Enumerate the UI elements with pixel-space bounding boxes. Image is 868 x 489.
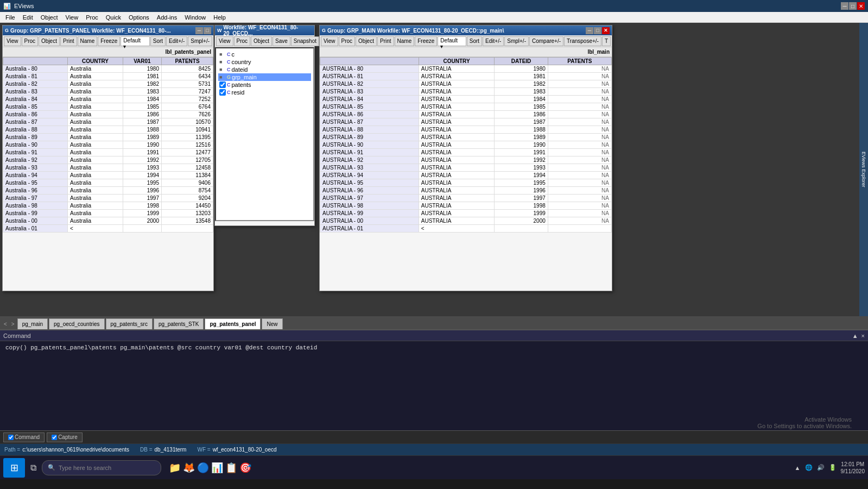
taskbar-app1-icon[interactable]: 🔵 [197, 462, 209, 474]
menu-window[interactable]: Window [181, 13, 209, 22]
patents-panel-minimize[interactable]: ─ [195, 27, 203, 34]
main-freeze-btn[interactable]: Freeze [415, 36, 437, 46]
tree-item-dateid[interactable]: ■ C dateid [218, 66, 311, 73]
tab-nav-right[interactable]: > [10, 318, 16, 329]
workfile-title: Workfile: WF_ECON4131_80-20_OECD... [224, 24, 313, 36]
tree-resid-checkbox[interactable] [219, 89, 226, 96]
main-row-patents: NA [548, 134, 611, 141]
menu-proc[interactable]: Proc [83, 13, 102, 22]
main-row-label: AUSTRALIA - 99 [320, 210, 419, 217]
main-panel-maximize[interactable]: □ [594, 27, 601, 34]
tab-pg-patents-src[interactable]: pg_patents_src [106, 318, 153, 329]
cmd-tab-capture-checkbox[interactable] [52, 435, 57, 440]
cmd-tab-command-checkbox[interactable] [8, 435, 14, 440]
wf-proc-btn[interactable]: Proc [234, 36, 251, 46]
tab-new[interactable]: New [262, 318, 282, 329]
taskbar-folder-icon[interactable]: 📁 [169, 462, 181, 474]
tree-item-grp-main[interactable]: ■ G grp_main [218, 73, 311, 81]
tab-pg-patents-panel[interactable]: pg_patents_panel [205, 318, 261, 329]
patents-edit-btn[interactable]: Edit+/- [166, 36, 187, 46]
app-icon: 📊 [3, 3, 11, 10]
patents-row-var01: 1990 [123, 141, 161, 149]
menu-edit[interactable]: Edit [20, 13, 36, 22]
patents-default-dropdown[interactable]: Default ▾ [121, 36, 149, 46]
menu-file[interactable]: File [2, 13, 18, 22]
eviews-explorer-sidebar[interactable]: EViews Explorer [859, 23, 868, 316]
patents-object-btn[interactable]: Object [39, 36, 60, 46]
app-maximize-button[interactable]: □ [849, 2, 857, 10]
patents-smpl-btn[interactable]: Smpl+/- [188, 36, 212, 46]
main-row-label: AUSTRALIA - 94 [320, 172, 419, 179]
main-t-btn[interactable]: T [602, 36, 611, 46]
patents-proc-btn[interactable]: Proc [22, 36, 39, 46]
patents-view-btn[interactable]: View [4, 36, 21, 46]
main-object-btn[interactable]: Object [356, 36, 377, 46]
menu-view[interactable]: View [62, 13, 82, 22]
menu-addins[interactable]: Add-ins [154, 13, 180, 22]
patents-row-country: Australia [68, 111, 123, 118]
taskbar-task-view[interactable]: ⧉ [28, 463, 39, 473]
menu-help[interactable]: Help [210, 13, 229, 22]
tray-arrow[interactable]: ▲ [795, 465, 801, 471]
patents-print-btn[interactable]: Print [60, 36, 77, 46]
command-expand-icon[interactable]: ▲ [852, 333, 858, 339]
patents-panel-maximize[interactable]: □ [204, 27, 211, 34]
tree-item-country[interactable]: ■ C country [218, 58, 311, 66]
tree-item-c[interactable]: ■ C c [218, 51, 311, 58]
taskbar-search-box[interactable]: 🔍 Type here to search [42, 460, 161, 475]
tab-pg-patents-stk[interactable]: pg_patents_STK [154, 318, 204, 329]
taskbar-browser-icon[interactable]: 🦊 [183, 462, 195, 474]
tree-patents-checkbox[interactable] [219, 82, 226, 88]
tab-nav-left[interactable]: < [2, 318, 9, 329]
patents-freeze-btn[interactable]: Freeze [98, 36, 120, 46]
main-name-btn[interactable]: Name [395, 36, 415, 46]
wf-object-btn[interactable]: Object [251, 36, 272, 46]
start-button[interactable]: ⊞ [3, 458, 25, 478]
menu-object[interactable]: Object [37, 13, 61, 22]
wf-save-btn[interactable]: Save [273, 36, 290, 46]
main-compare-btn[interactable]: Compare+/- [529, 36, 563, 46]
patents-name-btn[interactable]: Name [78, 36, 98, 46]
tree-item-patents[interactable]: C patents [218, 81, 311, 89]
tab-pg-oecd-countries[interactable]: pg_oecd_countries [49, 318, 105, 329]
main-table-row: AUSTRALIA - 92 AUSTRALIA 1992 NA [320, 156, 612, 164]
cmd-tab-capture[interactable]: Capture [47, 432, 83, 442]
taskbar-clock[interactable]: 12:01 PM 9/11/2020 [841, 461, 865, 475]
main-row-label: AUSTRALIA - 91 [320, 149, 419, 156]
main-panel-minimize[interactable]: ─ [586, 27, 593, 34]
main-edit-btn[interactable]: Edit+/- [483, 36, 504, 46]
main-col-country: COUNTRY [419, 58, 495, 65]
menu-quick[interactable]: Quick [103, 13, 124, 22]
main-proc-btn[interactable]: Proc [339, 36, 356, 46]
main-row-patents: NA [548, 96, 611, 103]
command-content[interactable]: copy() pg_patents_panel\patents pg_main\… [0, 341, 868, 414]
main-smpl-btn[interactable]: Smpl+/- [504, 36, 529, 46]
main-panel-close[interactable]: ✕ [602, 27, 610, 34]
tree-item-resid[interactable]: C resid [218, 89, 311, 96]
tab-pg-main[interactable]: pg_main [17, 318, 48, 329]
main-view-btn[interactable]: View [321, 36, 338, 46]
main-row-country: AUSTRALIA [419, 111, 495, 118]
patents-sort-btn[interactable]: Sort [150, 36, 166, 46]
taskbar-app2-icon[interactable]: 📋 [225, 462, 237, 474]
cmd-tab-command[interactable]: Command [3, 432, 45, 442]
command-close-icon[interactable]: × [861, 333, 865, 339]
main-transpose-btn[interactable]: Transpose+/- [564, 36, 601, 46]
menu-options[interactable]: Options [125, 13, 153, 22]
wf-view-btn[interactable]: View [216, 36, 233, 46]
main-panel-title: Group: GRP_MAIN Workfile: WF_ECON4131_80… [327, 28, 504, 34]
app-minimize-button[interactable]: ─ [841, 2, 848, 10]
main-table-container[interactable]: COUNTRY DATEID PATENTS AUSTRALIA - 80 AU… [320, 57, 612, 296]
main-sort-btn[interactable]: Sort [467, 36, 482, 46]
main-default-dropdown[interactable]: Default ▾ [438, 36, 466, 46]
status-wf-label: WF = [197, 447, 210, 453]
wf-snapshot-btn[interactable]: Snapshot [291, 36, 319, 46]
patents-table-row: Australia - 96 Australia 1996 8754 [3, 187, 213, 195]
patents-table-container[interactable]: COUNTRY VAR01 PATENTS Australia - 80 Aus… [3, 57, 213, 296]
app-close-button[interactable]: ✕ [857, 2, 865, 10]
main-print-btn[interactable]: Print [377, 36, 394, 46]
workfile-tree[interactable]: ■ C c ■ C country ■ C dateid ■ G grp_mai… [215, 47, 314, 221]
main-row-label: AUSTRALIA - 88 [320, 126, 419, 134]
taskbar-excel-icon[interactable]: 📊 [211, 462, 223, 474]
taskbar-app3-icon[interactable]: 🎯 [239, 462, 251, 474]
